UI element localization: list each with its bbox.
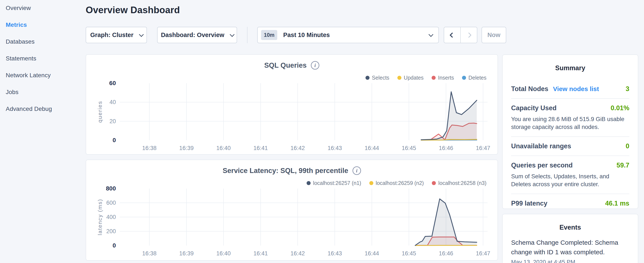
y-tick-label: 0	[112, 242, 116, 249]
now-button[interactable]: Now	[482, 27, 506, 43]
x-tick-label: 16:41	[254, 145, 268, 151]
summary-row-label: P99 latency	[511, 200, 548, 207]
x-tick-label: 16:44	[365, 145, 379, 151]
summary-body: Total NodesView nodes list3Capacity Used…	[502, 72, 638, 213]
events-title: Events	[502, 214, 638, 231]
y-tick-label: 800	[106, 185, 116, 192]
x-tick-label: 16:46	[439, 250, 453, 256]
summary-row-description: Sum of Selects, Updates, Inserts, and De…	[511, 173, 629, 188]
x-tick-label: 16:45	[402, 250, 416, 256]
summary-row: Unavailable ranges0	[511, 137, 629, 156]
time-step-buttons	[444, 27, 477, 43]
y-tick-label: 600	[106, 200, 116, 206]
summary-row-label: Capacity Used	[511, 104, 556, 112]
sidebar-item-overview[interactable]: Overview	[6, 4, 82, 12]
x-tick-label: 16:40	[216, 250, 231, 256]
summary-row-value: 59.7	[616, 161, 629, 169]
x-tick-label: 16:42	[290, 145, 305, 151]
x-tick-label: 16:38	[142, 145, 157, 151]
x-tick-label: 16:41	[254, 250, 268, 256]
summary-row: Queries per second59.7Sum of Selects, Up…	[511, 156, 629, 194]
summary-row: Capacity Used0.01%You are using 28.6 MiB…	[511, 99, 629, 136]
y-tick-label: 20	[110, 118, 116, 124]
chart-plot: 16:3816:3916:4016:4116:4216:4316:4416:45…	[86, 55, 498, 154]
chevron-down-icon	[139, 32, 144, 37]
time-range-badge: 10m	[261, 30, 277, 40]
y-tick-label: 60	[109, 80, 116, 86]
time-range-dropdown[interactable]: 10m Past 10 Minutes	[257, 27, 439, 43]
chevron-down-icon	[428, 32, 434, 37]
summary-row-label: Total Nodes	[511, 85, 548, 93]
view-nodes-list-link[interactable]: View nodes list	[553, 85, 599, 93]
app-root: OverviewMetricsDatabasesStatementsNetwor…	[0, 0, 644, 263]
x-tick-label: 16:38	[142, 250, 157, 256]
x-tick-label: 16:39	[179, 145, 194, 151]
sidebar-item-advanced-debug[interactable]: Advanced Debug	[6, 105, 82, 113]
y-tick-label: 400	[106, 214, 116, 220]
sidebar-item-network-latency[interactable]: Network Latency	[6, 72, 82, 79]
x-tick-label: 16:44	[365, 250, 379, 256]
x-tick-label: 16:47	[476, 145, 490, 151]
chevron-left-icon	[450, 32, 455, 38]
summary-row-value: 0.01%	[610, 104, 629, 112]
y-tick-label: 40	[110, 99, 116, 105]
y-axis-title: queries	[97, 101, 103, 123]
chart-card-service-latency: Service Latency: SQL, 99th percentile i …	[86, 160, 498, 261]
summary-row-label: Queries per second	[511, 161, 572, 169]
x-tick-label: 16:43	[328, 145, 342, 151]
sidebar-item-metrics[interactable]: Metrics	[6, 21, 82, 29]
event-text: Schema Change Completed: Schema change w…	[511, 238, 629, 257]
summary-panel: Summary Total NodesView nodes list3Capac…	[502, 55, 638, 209]
summary-row-value: 0	[626, 142, 629, 150]
sidebar-item-statements[interactable]: Statements	[6, 55, 82, 62]
summary-row: P99 latency46.1 ms	[511, 194, 629, 213]
controls-bar: Graph: Cluster Dashboard: Overview 10m P…	[86, 27, 506, 43]
event-timestamp: May 13, 2020 at 4:45 PM	[511, 259, 629, 263]
summary-row: Total NodesView nodes list3	[511, 80, 629, 98]
summary-row-description: You are using 28.6 MiB of 515.9 GiB usab…	[511, 115, 629, 131]
x-tick-label: 16:43	[328, 250, 342, 256]
dashboard-dropdown[interactable]: Dashboard: Overview	[157, 27, 237, 43]
x-tick-label: 16:47	[476, 250, 490, 256]
summary-row-value: 46.1 ms	[605, 200, 629, 207]
controls-divider	[247, 27, 248, 43]
x-tick-label: 16:46	[439, 145, 453, 151]
time-range-label: Past 10 Minutes	[283, 32, 428, 39]
series-area	[421, 92, 477, 140]
chevron-down-icon	[230, 32, 235, 37]
time-step-back-button[interactable]	[444, 27, 460, 43]
sidebar: OverviewMetricsDatabasesStatementsNetwor…	[6, 4, 82, 122]
x-tick-label: 16:39	[179, 250, 194, 256]
y-tick-label: 0	[112, 137, 116, 143]
summary-row-label: Unavailable ranges	[511, 142, 571, 150]
summary-title: Summary	[502, 55, 638, 72]
summary-row-value: 3	[626, 85, 629, 93]
page-title: Overview Dashboard	[86, 5, 180, 15]
sidebar-item-jobs[interactable]: Jobs	[6, 88, 82, 96]
graph-dropdown[interactable]: Graph: Cluster	[86, 27, 147, 43]
time-step-forward-button[interactable]	[460, 27, 477, 43]
x-tick-label: 16:45	[402, 145, 416, 151]
chevron-right-icon	[466, 32, 471, 38]
chart-plot: 16:3816:3916:4016:4116:4216:4316:4416:45…	[86, 160, 498, 259]
graph-dropdown-label: Graph: Cluster	[90, 32, 133, 39]
dashboard-dropdown-label: Dashboard: Overview	[161, 32, 224, 39]
y-tick-label: 200	[106, 228, 116, 234]
y-axis-title: latency (ms)	[97, 199, 103, 235]
x-tick-label: 16:42	[290, 250, 305, 256]
chart-card-sql-queries: SQL Queries i SelectsUpdatesInsertsDelet…	[86, 54, 498, 155]
sidebar-item-databases[interactable]: Databases	[6, 38, 82, 46]
x-tick-label: 16:40	[216, 145, 231, 151]
events-body: Schema Change Completed: Schema change w…	[502, 231, 638, 263]
events-panel: Events Schema Change Completed: Schema c…	[502, 214, 638, 263]
